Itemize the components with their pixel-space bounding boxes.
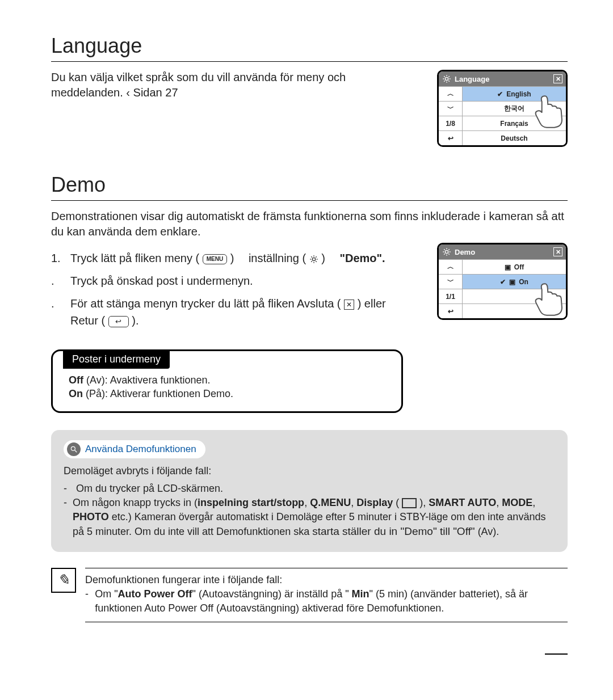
label-bold: Q.MENU	[310, 497, 351, 508]
svg-point-0	[445, 77, 448, 80]
label-bold: Display	[356, 497, 393, 508]
scroll-up-button[interactable]: ︿	[439, 86, 463, 101]
scroll-up-button[interactable]: ︿	[439, 259, 463, 274]
empty-option	[463, 289, 566, 303]
language-screenshot: Language ✕ ︿ ﹀ 1/8 ↩ ✔ English 한국어 Franç…	[437, 70, 568, 147]
submenu-on-row: On (På): Aktiverar funktionen Demo.	[69, 387, 388, 400]
svg-line-7	[444, 81, 444, 81]
text-emphasis: starta ställer du in "Demo" till "Off"	[312, 525, 475, 537]
svg-line-25	[444, 254, 444, 254]
tip-box: Använda Demofunktionen Demoläget avbryts…	[51, 430, 568, 552]
option-label: Français	[500, 120, 528, 128]
scroll-down-button[interactable]: ﹀	[439, 274, 463, 289]
tip-line-1: Demoläget avbryts i följande fall:	[64, 464, 555, 478]
return-icon: ↩	[108, 316, 129, 327]
svg-point-18	[445, 250, 448, 253]
option-label: English	[506, 90, 531, 98]
screenshot-header-label: Demo	[455, 248, 475, 256]
option-label: Deutsch	[501, 134, 527, 142]
scroll-down-button[interactable]: ﹀	[439, 101, 463, 116]
note-row: ✎ Demofunktionen fungerar inte i följand…	[51, 568, 568, 622]
label-bold: PHOTO	[73, 511, 109, 522]
demo-step-2: . Tryck på önskad post i undermenyn.	[51, 272, 414, 289]
magnifier-icon	[67, 442, 81, 456]
step-number: 1.	[51, 250, 65, 267]
label-bold: On	[69, 388, 83, 399]
demo-intro: Demonstrationen visar dig automatiskt de…	[51, 209, 568, 239]
demo-step-1: 1. Tryck lätt på fliken meny ( MENU ) in…	[51, 250, 414, 267]
language-option-english[interactable]: ✔ English	[463, 86, 566, 101]
section-title-demo: Demo	[51, 173, 568, 201]
text: ).	[132, 314, 138, 327]
section-title-language: Language	[51, 34, 568, 62]
text: Tryck lätt på fliken meny (	[70, 252, 199, 264]
display-icon	[402, 498, 417, 508]
svg-line-5	[444, 76, 444, 77]
label-bold: SMART AUTO	[429, 497, 496, 508]
language-option-korean[interactable]: 한국어	[463, 101, 566, 116]
screenshot-header: Demo ✕	[439, 244, 566, 259]
svg-line-16	[311, 261, 312, 262]
text: För att stänga menyn trycker du lätt på …	[70, 297, 341, 310]
svg-point-27	[71, 446, 75, 450]
close-icon: ✕	[344, 300, 354, 310]
submenu-items-box: Poster i undermeny Off (Av): Avaktivera …	[51, 349, 403, 413]
empty-option	[463, 303, 566, 318]
label-bold: Min	[352, 588, 370, 600]
svg-line-28	[75, 450, 77, 452]
text: Tryck på önskad post i undermenyn.	[70, 272, 414, 289]
text: Om du trycker på LCD-skärmen.	[76, 482, 223, 496]
tip-pill: Använda Demofunktionen	[64, 440, 205, 458]
close-icon[interactable]: ✕	[553, 247, 562, 256]
label-bold: Off	[69, 374, 83, 386]
note-line-1: Demofunktionen fungerar inte i följande …	[85, 573, 568, 587]
option-label: 한국어	[504, 104, 524, 113]
svg-line-23	[444, 249, 444, 250]
svg-point-9	[312, 258, 315, 260]
text: (På): Aktiverar funktionen Demo.	[83, 388, 233, 399]
screenshot-header: Language ✕	[439, 71, 566, 86]
svg-line-14	[311, 256, 312, 257]
tip-bullet-2: - Om någon knapp trycks in (inspelning s…	[64, 496, 555, 539]
screenshot-header-label: Language	[455, 75, 489, 83]
tip-pill-label: Använda Demofunktionen	[85, 442, 196, 456]
language-option-francais[interactable]: Français	[463, 116, 566, 130]
footer-rule	[545, 653, 568, 655]
gear-icon	[442, 74, 451, 83]
step-bullet: .	[51, 272, 65, 289]
text: " (Autoavstängning) är inställd på "	[192, 588, 352, 600]
back-button[interactable]: ↩	[439, 303, 463, 318]
gear-icon	[309, 255, 318, 264]
text: Om "Auto Power Off" (Autoavstängning) är…	[95, 587, 568, 615]
language-page-ref: ‹ Sidan 27	[126, 86, 178, 99]
svg-line-26	[448, 249, 449, 250]
close-icon[interactable]: ✕	[553, 74, 562, 83]
svg-line-15	[316, 261, 316, 262]
language-body-text: Du kan välja vilket språk som du vill an…	[51, 71, 346, 99]
demo-step-3: . För att stänga menyn trycker du lätt p…	[51, 295, 414, 329]
text: )	[321, 252, 325, 264]
text: )	[230, 252, 234, 264]
text: Om någon knapp trycks in (inspelning sta…	[73, 496, 555, 539]
language-option-deutsch[interactable]: Deutsch	[463, 130, 566, 145]
menu-icon: MENU	[203, 254, 227, 264]
label-bold: MODE	[502, 497, 532, 508]
label-bold: inspelning start/stopp	[198, 497, 304, 508]
text-bold: "Demo".	[339, 252, 385, 264]
page-indicator: 1/8	[439, 116, 463, 130]
submenu-tab-label: Poster i undermeny	[63, 350, 170, 369]
film-icon: ▣	[505, 263, 511, 271]
note-icon: ✎	[51, 568, 76, 593]
film-icon: ▣	[509, 278, 515, 286]
language-body: Du kan välja vilket språk som du vill an…	[51, 70, 414, 100]
label-bold: Auto Power Off	[118, 588, 192, 600]
text: (Av).	[475, 526, 499, 537]
back-button[interactable]: ↩	[439, 130, 463, 145]
demo-option-off[interactable]: ▣ Off	[463, 259, 566, 274]
tip-bullet-1: - Om du trycker på LCD-skärmen.	[64, 482, 555, 496]
option-label: On	[519, 278, 528, 286]
gear-icon	[442, 247, 451, 256]
demo-option-on[interactable]: ✔ ▣ On	[463, 274, 566, 289]
text: Om någon knapp trycks in (	[73, 497, 198, 508]
demo-screenshot: Demo ✕ ︿ ﹀ 1/1 ↩ ▣ Off ✔ ▣ On	[437, 243, 568, 320]
